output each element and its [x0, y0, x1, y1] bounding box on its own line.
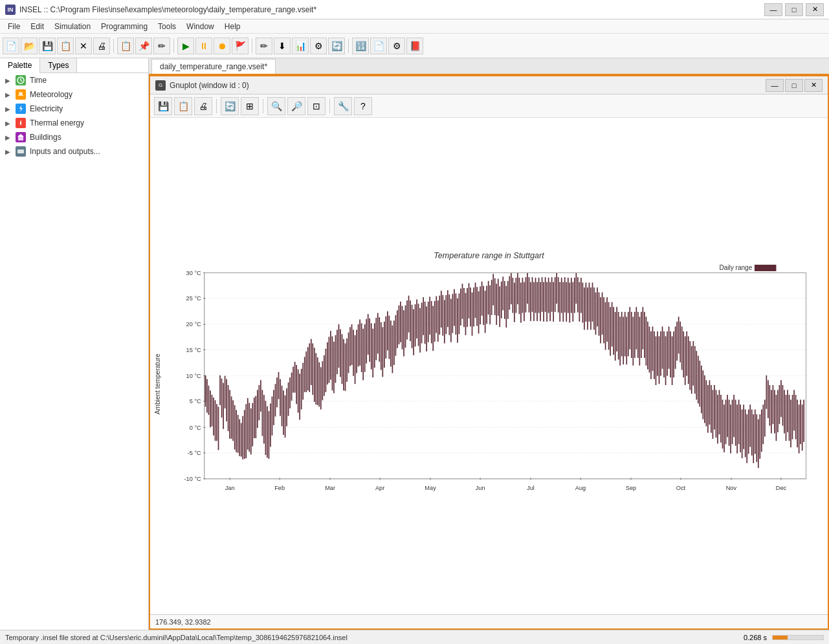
gp-print[interactable]: 🖨 — [194, 97, 212, 115]
svg-rect-187 — [408, 296, 410, 333]
gnuplot-maximize[interactable]: □ — [785, 79, 803, 92]
palette-item-electricity[interactable]: ▶ Electricity — [0, 102, 148, 116]
gnuplot-close[interactable]: ✕ — [804, 79, 823, 92]
toolbar-run[interactable]: ▶ — [177, 38, 194, 54]
gp-zoom-out[interactable]: 🔎 — [287, 97, 305, 115]
gp-help[interactable]: ? — [354, 97, 372, 115]
toolbar-calculator[interactable]: 🔢 — [352, 38, 369, 54]
svg-rect-267 — [538, 278, 540, 313]
workspace-tab[interactable]: daily_temperature_range.vseit* — [151, 59, 276, 74]
toolbar-open[interactable]: 📂 — [21, 38, 38, 54]
svg-rect-372 — [709, 380, 711, 425]
toolbar-close[interactable]: ✕ — [75, 38, 92, 54]
gp-save[interactable]: 💾 — [154, 97, 172, 115]
menu-window[interactable]: Window — [181, 21, 219, 32]
close-button[interactable]: ✕ — [806, 3, 824, 16]
gp-zoom-fit[interactable]: ⊡ — [307, 97, 326, 115]
palette-item-time[interactable]: ▶ Time — [0, 73, 148, 87]
svg-rect-413 — [776, 395, 777, 441]
svg-rect-204 — [436, 296, 437, 333]
svg-rect-220 — [462, 283, 463, 318]
toolbar-pause[interactable]: ⏸ — [195, 38, 212, 54]
svg-rect-262 — [530, 282, 531, 321]
toolbar-new[interactable]: 📄 — [3, 38, 19, 54]
svg-rect-356 — [683, 331, 684, 377]
svg-rect-323 — [629, 307, 630, 349]
svg-rect-114 — [289, 377, 291, 408]
palette-item-io[interactable]: ▶ Inputs and outputs... — [0, 144, 148, 159]
gp-grid[interactable]: ⊞ — [241, 97, 259, 115]
svg-rect-175 — [389, 316, 390, 359]
toolbar-chart[interactable]: 📊 — [292, 38, 309, 54]
svg-rect-254 — [517, 273, 518, 305]
tab-types[interactable]: Types — [40, 58, 77, 72]
toolbar-pdf[interactable]: 📕 — [406, 38, 423, 54]
menu-edit[interactable]: Edit — [25, 21, 49, 32]
menu-simulation[interactable]: Simulation — [49, 21, 96, 32]
svg-rect-207 — [441, 291, 442, 328]
svg-rect-412 — [774, 390, 775, 433]
svg-rect-155 — [356, 329, 357, 373]
svg-rect-379 — [720, 395, 722, 443]
toolbar-edit[interactable]: ✏ — [256, 38, 272, 54]
toolbar-copy[interactable]: 📋 — [117, 38, 134, 54]
toolbar-saveas[interactable]: 📋 — [57, 38, 74, 54]
palette-item-buildings[interactable]: ▶ Buildings — [0, 130, 148, 144]
svg-rect-373 — [711, 385, 712, 433]
svg-rect-150 — [348, 333, 349, 373]
gp-settings[interactable]: 🔧 — [334, 97, 352, 115]
menu-programming[interactable]: Programming — [96, 21, 153, 32]
maximize-button[interactable]: □ — [785, 3, 803, 16]
gnuplot-minimize[interactable]: — — [766, 79, 784, 92]
toolbar-stop[interactable]: ⏺ — [214, 38, 230, 54]
arrow-met: ▶ — [5, 91, 10, 98]
svg-rect-137 — [327, 342, 328, 384]
toolbar-settings[interactable]: ⚙ — [310, 38, 327, 54]
menu-help[interactable]: Help — [219, 21, 246, 32]
toolbar-flag[interactable]: 🚩 — [232, 38, 249, 54]
svg-rect-223 — [467, 288, 468, 327]
gp-refresh[interactable]: 🔄 — [221, 97, 239, 115]
label-buildings: Buildings — [30, 133, 61, 142]
svg-rect-77 — [229, 390, 230, 438]
svg-rect-286 — [569, 283, 570, 323]
svg-rect-164 — [371, 323, 372, 369]
arrow-elec: ▶ — [5, 105, 10, 113]
toolbar-refresh[interactable]: 🔄 — [328, 38, 345, 54]
toolbar-gear[interactable]: ⚙ — [388, 38, 405, 54]
svg-rect-281 — [561, 278, 562, 313]
toolbar-download[interactable]: ⬇ — [274, 38, 291, 54]
title-bar: IN INSEL :: C:\Program Files\insel\examp… — [0, 0, 829, 19]
tab-palette[interactable]: Palette — [0, 58, 40, 73]
menu-bar: File Edit Simulation Programming Tools W… — [0, 19, 829, 34]
svg-rect-345 — [665, 337, 667, 385]
svg-rect-389 — [736, 405, 738, 453]
menu-file[interactable]: File — [3, 21, 25, 32]
toolbar-print[interactable]: 🖨 — [93, 38, 110, 54]
svg-rect-339 — [656, 337, 657, 385]
toolbar-doc[interactable]: 📄 — [370, 38, 387, 54]
svg-rect-283 — [564, 277, 566, 312]
svg-rect-138 — [329, 337, 330, 383]
svg-rect-325 — [632, 316, 634, 365]
svg-rect-248 — [507, 281, 509, 319]
palette-item-thermal[interactable]: ▶ Thermal energy — [0, 116, 148, 130]
svg-rect-313 — [613, 307, 614, 355]
svg-rect-391 — [740, 405, 741, 452]
menu-tools[interactable]: Tools — [153, 21, 181, 32]
svg-rect-348 — [670, 331, 671, 377]
svg-rect-371 — [707, 385, 709, 433]
gp-sep2 — [263, 99, 263, 113]
svg-rect-111 — [285, 395, 286, 438]
svg-rect-198 — [426, 306, 427, 351]
panel-tabs: Palette Types — [0, 58, 148, 73]
toolbar-pencil[interactable]: ✏ — [153, 38, 170, 54]
gp-zoom-in[interactable]: 🔍 — [267, 97, 285, 115]
svg-rect-145 — [340, 329, 341, 377]
palette-item-meteorology[interactable]: ▶ Meteorology — [0, 87, 148, 102]
toolbar-save[interactable]: 💾 — [39, 38, 56, 54]
toolbar-paste[interactable]: 📌 — [135, 38, 152, 54]
gp-copy[interactable]: 📋 — [174, 97, 192, 115]
minimize-button[interactable]: — — [764, 3, 782, 16]
svg-rect-298 — [589, 283, 590, 322]
